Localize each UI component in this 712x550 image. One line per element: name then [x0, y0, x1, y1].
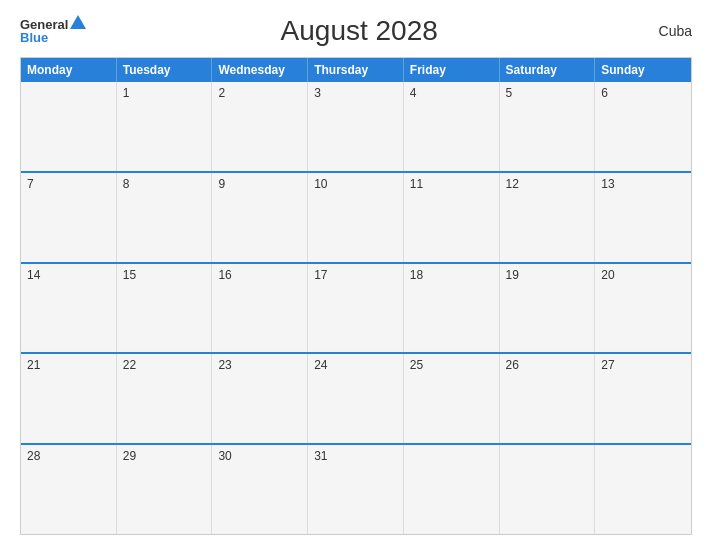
day-number: 15: [123, 268, 206, 282]
calendar-cell: 27: [595, 354, 691, 443]
day-number: 23: [218, 358, 301, 372]
calendar-cell: [21, 82, 117, 171]
week-row-5: 28293031: [21, 443, 691, 534]
day-number: 18: [410, 268, 493, 282]
logo-blue: Blue: [20, 31, 48, 44]
day-number: 21: [27, 358, 110, 372]
day-number: 28: [27, 449, 110, 463]
day-number: 29: [123, 449, 206, 463]
calendar-cell: 8: [117, 173, 213, 262]
calendar-cell: 12: [500, 173, 596, 262]
calendar-cell: 10: [308, 173, 404, 262]
weekday-header-tuesday: Tuesday: [117, 58, 213, 82]
calendar-cell: [404, 445, 500, 534]
calendar-cell: 9: [212, 173, 308, 262]
weekday-header-sunday: Sunday: [595, 58, 691, 82]
day-number: 12: [506, 177, 589, 191]
page-title: August 2028: [86, 15, 632, 47]
day-number: 10: [314, 177, 397, 191]
calendar-cell: 2: [212, 82, 308, 171]
day-number: 17: [314, 268, 397, 282]
day-number: 16: [218, 268, 301, 282]
calendar-cell: 30: [212, 445, 308, 534]
day-number: 2: [218, 86, 301, 100]
day-number: 5: [506, 86, 589, 100]
day-number: 25: [410, 358, 493, 372]
calendar-cell: 6: [595, 82, 691, 171]
day-number: 4: [410, 86, 493, 100]
calendar-cell: 25: [404, 354, 500, 443]
calendar-cell: 26: [500, 354, 596, 443]
calendar-cell: 15: [117, 264, 213, 353]
calendar-cell: 3: [308, 82, 404, 171]
day-number: 1: [123, 86, 206, 100]
day-number: 20: [601, 268, 685, 282]
calendar-cell: 22: [117, 354, 213, 443]
day-number: 7: [27, 177, 110, 191]
day-number: 22: [123, 358, 206, 372]
weekday-header-thursday: Thursday: [308, 58, 404, 82]
calendar-header: MondayTuesdayWednesdayThursdayFridaySatu…: [21, 58, 691, 82]
week-row-1: 123456: [21, 82, 691, 171]
day-number: 19: [506, 268, 589, 282]
calendar-cell: 19: [500, 264, 596, 353]
weekday-header-saturday: Saturday: [500, 58, 596, 82]
calendar-cell: 5: [500, 82, 596, 171]
day-number: 14: [27, 268, 110, 282]
calendar-cell: [595, 445, 691, 534]
calendar-cell: 17: [308, 264, 404, 353]
calendar-cell: 21: [21, 354, 117, 443]
week-row-4: 21222324252627: [21, 352, 691, 443]
weekday-header-friday: Friday: [404, 58, 500, 82]
day-number: 11: [410, 177, 493, 191]
calendar-cell: 18: [404, 264, 500, 353]
header: General Blue August 2028 Cuba: [20, 15, 692, 47]
calendar-cell: 20: [595, 264, 691, 353]
day-number: 27: [601, 358, 685, 372]
day-number: 8: [123, 177, 206, 191]
calendar-cell: 13: [595, 173, 691, 262]
week-row-2: 78910111213: [21, 171, 691, 262]
day-number: 9: [218, 177, 301, 191]
day-number: 6: [601, 86, 685, 100]
calendar-cell: 24: [308, 354, 404, 443]
calendar-cell: 4: [404, 82, 500, 171]
day-number: 30: [218, 449, 301, 463]
calendar-cell: 28: [21, 445, 117, 534]
logo-triangle-icon: [70, 15, 86, 29]
country-label: Cuba: [632, 23, 692, 39]
calendar-cell: 23: [212, 354, 308, 443]
calendar-cell: [500, 445, 596, 534]
calendar-cell: 16: [212, 264, 308, 353]
calendar-cell: 1: [117, 82, 213, 171]
day-number: 24: [314, 358, 397, 372]
calendar-cell: 14: [21, 264, 117, 353]
day-number: 26: [506, 358, 589, 372]
day-number: 31: [314, 449, 397, 463]
weekday-header-wednesday: Wednesday: [212, 58, 308, 82]
logo: General Blue: [20, 18, 86, 44]
day-number: 13: [601, 177, 685, 191]
calendar-page: General Blue August 2028 Cuba MondayTues…: [0, 0, 712, 550]
week-row-3: 14151617181920: [21, 262, 691, 353]
day-number: 3: [314, 86, 397, 100]
calendar-body: 1234567891011121314151617181920212223242…: [21, 82, 691, 534]
calendar-cell: 31: [308, 445, 404, 534]
weekday-header-monday: Monday: [21, 58, 117, 82]
calendar-cell: 11: [404, 173, 500, 262]
calendar-cell: 7: [21, 173, 117, 262]
calendar-cell: 29: [117, 445, 213, 534]
calendar: MondayTuesdayWednesdayThursdayFridaySatu…: [20, 57, 692, 535]
